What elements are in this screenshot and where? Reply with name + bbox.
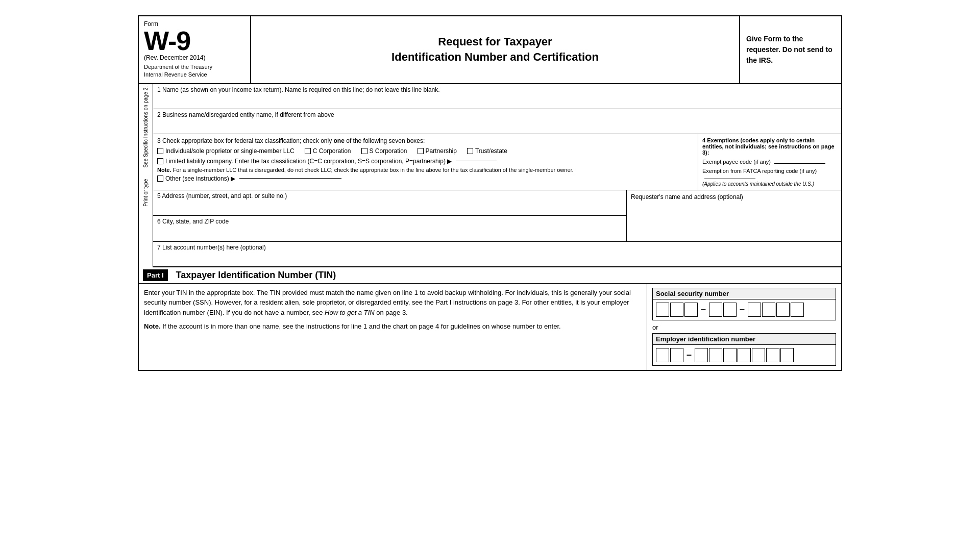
other-row: Other (see instructions) ▶ [157,175,694,182]
ssn-cell-5[interactable] [723,303,737,317]
ein-cell-1[interactable] [656,348,669,362]
checkboxes-row1: Individual/sole proprietor or single-mem… [157,147,694,155]
note-row: Note. For a single-member LLC that is di… [157,167,694,173]
ein-cell-2[interactable] [670,348,683,362]
form-header: Form W-9 (Rev. December 2014) Department… [139,16,841,84]
exempt-payee-input[interactable] [774,163,825,164]
field1-label: 1 Name (as shown on your income tax retu… [157,86,837,93]
row56-section: 5 Address (number, street, and apt. or s… [153,190,841,242]
ein-group2 [695,348,794,362]
field6-label: 6 City, state, and ZIP code [157,218,622,225]
row3-section: 3 Check appropriate box for federal tax … [153,134,841,190]
ssn-cell-3[interactable] [684,303,698,317]
other-line[interactable] [239,178,341,179]
ssn-header: Social security number [653,288,836,299]
field5-input[interactable] [157,201,622,213]
cb-partnership[interactable]: Partnership [418,147,457,155]
ssn-group3 [748,303,804,317]
part1-title-row: Part I Taxpayer Identification Number (T… [139,267,841,284]
fatca-row: Exemption from FATCA reporting code (if … [702,168,837,180]
field6-input[interactable] [157,226,622,238]
ein-cell-9[interactable] [780,348,794,362]
ein-cell-3[interactable] [695,348,708,362]
ein-dash: – [685,349,693,360]
ssn-dash-1: – [700,304,707,315]
ein-box: Employer identification number – [652,333,836,366]
field1-input[interactable] [157,94,837,107]
cb-ccorp-box[interactable] [305,148,311,154]
requester-label: Requester's name and address (optional) [631,193,837,201]
cb-trust-box[interactable] [467,148,473,154]
cb-trust-label: Trust/estate [475,147,507,155]
part1-note: Note. If the account is in more than one… [144,321,642,332]
ssn-box: Social security number – – [652,288,836,320]
field7-label: 7 List account number(s) here (optional) [157,244,837,251]
give-form-text: Give Form to the requester. Do not send … [746,34,835,66]
main-content: 1 Name (as shown on your income tax retu… [153,84,841,267]
part1-title: Taxpayer Identification Number (TIN) [176,270,336,281]
ssn-dash-2: – [739,304,746,315]
ein-cell-4[interactable] [709,348,722,362]
cb-scorp-box[interactable] [361,148,368,154]
w9-form: Form W-9 (Rev. December 2014) Department… [138,15,842,371]
fatca-note: (Applies to accounts maintained outside … [702,181,837,187]
ssn-group2 [709,303,737,317]
llc-row: Limited liability company. Enter the tax… [157,158,694,165]
rev-date: (Rev. December 2014) [144,54,245,61]
ein-cell-6[interactable] [738,348,751,362]
or-text: or [652,323,836,331]
dept-text: Department of the Treasury Internal Reve… [144,63,245,79]
field5-row: 5 Address (number, street, and apt. or s… [153,190,626,216]
cb-ccorp[interactable]: C Corporation [305,147,351,155]
field3-label: 3 Check appropriate box for federal tax … [157,137,694,144]
cb-trust[interactable]: Trust/estate [467,147,507,155]
cb-llc-box[interactable] [157,158,163,164]
field1-row: 1 Name (as shown on your income tax retu… [153,84,841,109]
field2-input[interactable] [157,119,837,132]
header-center: Request for Taxpayer Identification Numb… [251,16,739,83]
field2-row: 2 Business name/disregarded entity name,… [153,109,841,134]
form-number: W-9 [144,28,245,54]
cb-individual-box[interactable] [157,148,163,154]
exemptions-title: 4 Exemptions (codes apply only to certai… [702,137,837,156]
cb-other-box[interactable] [157,176,163,182]
part1-left: Enter your TIN in the appropriate box. T… [139,284,647,370]
exempt-payee-row: Exempt payee code (if any) [702,159,837,165]
ein-group1 [656,348,683,362]
field7-row: 7 List account number(s) here (optional) [153,242,841,267]
exemptions-section: 4 Exemptions (codes apply only to certai… [698,134,841,190]
llc-line[interactable] [456,161,497,161]
ein-cell-8[interactable] [766,348,779,362]
part1-paragraph: Enter your TIN in the appropriate box. T… [144,288,642,318]
llc-label: Limited liability company. Enter the tax… [165,158,452,165]
cb-individual-label: Individual/sole proprietor or single-mem… [165,147,295,155]
other-label: Other (see instructions) ▶ [165,175,235,182]
ssn-cell-9[interactable] [791,303,804,317]
sidebar-text: Print or type See Specific Instructions … [142,84,150,209]
ssn-group1 [656,303,698,317]
ein-cell-5[interactable] [723,348,737,362]
field5-label: 5 Address (number, street, and apt. or s… [157,192,622,199]
ssn-cell-7[interactable] [762,303,775,317]
cb-partnership-label: Partnership [426,147,457,155]
field7-input[interactable] [157,252,837,264]
part1-label: Part I [143,269,168,281]
ssn-cell-1[interactable] [656,303,669,317]
cb-scorp[interactable]: S Corporation [361,147,407,155]
cb-scorp-label: S Corporation [370,147,407,155]
form-body: Print or type See Specific Instructions … [139,84,841,267]
ssn-cell-2[interactable] [670,303,683,317]
ein-cell-7[interactable] [752,348,765,362]
row3-left: 3 Check appropriate box for federal tax … [153,134,698,190]
row5-col: 5 Address (number, street, and apt. or s… [153,190,627,241]
ssn-inputs: – – [653,299,836,320]
ssn-cell-6[interactable] [748,303,761,317]
ssn-cell-8[interactable] [776,303,790,317]
sidebar: Print or type See Specific Instructions … [139,84,153,267]
ssn-cell-4[interactable] [709,303,722,317]
fatca-input[interactable] [704,179,755,179]
cb-ccorp-label: C Corporation [313,147,351,155]
cb-individual[interactable]: Individual/sole proprietor or single-mem… [157,147,295,155]
ein-inputs: – [653,345,836,365]
cb-partnership-box[interactable] [418,148,424,154]
